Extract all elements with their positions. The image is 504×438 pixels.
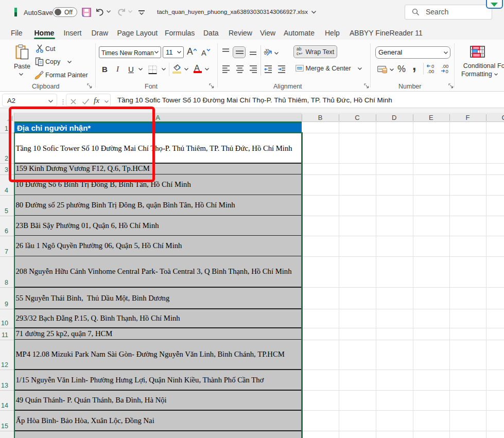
svg-text:.00: .00 xyxy=(427,68,434,74)
svg-text:co: co xyxy=(378,67,382,71)
svg-text:0: 0 xyxy=(446,68,448,74)
